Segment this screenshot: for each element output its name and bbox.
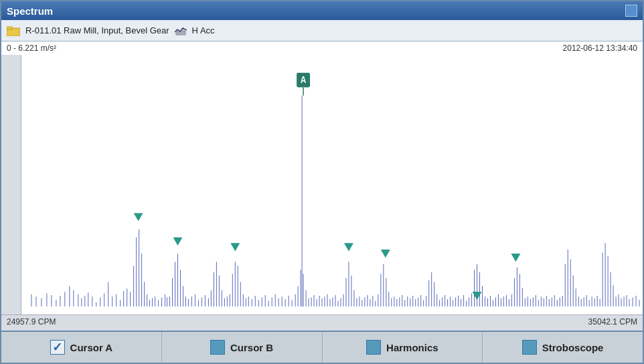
sensor-label: H Acc xyxy=(192,25,215,35)
svg-rect-3 xyxy=(21,55,643,314)
stroboscope-button[interactable]: Stroboscope xyxy=(483,332,643,363)
spectrum-chart[interactable]: A xyxy=(21,55,643,314)
maximize-button[interactable] xyxy=(625,5,637,17)
cursor-b-button[interactable]: Cursor B xyxy=(162,332,323,363)
harmonics-button[interactable]: Harmonics xyxy=(323,332,483,363)
machine-label: R-011.01 Raw Mill, Input, Bevel Gear xyxy=(25,25,169,35)
stroboscope-label: Stroboscope xyxy=(542,342,604,353)
bottom-toolbar: ✓ Cursor A Cursor B Harmonics Stroboscop… xyxy=(1,331,643,363)
harmonics-indicator xyxy=(366,340,381,355)
x-max-label: 35042.1 CPM xyxy=(588,317,637,329)
chart-footer: 24957.9 CPM 35042.1 CPM xyxy=(1,314,643,331)
cursor-a-label: Cursor A xyxy=(70,342,113,353)
chart-header: 0 - 6.221 m/s² 2012-06-12 13:34:40 xyxy=(1,41,643,55)
checkmark-icon: ✓ xyxy=(52,340,62,355)
harmonics-label: Harmonics xyxy=(386,342,438,353)
x-min-label: 24957.9 CPM xyxy=(7,317,56,329)
sensor-icon xyxy=(175,25,187,36)
cursor-b-label: Cursor B xyxy=(230,342,273,353)
cursor-a-button[interactable]: ✓ Cursor A xyxy=(1,332,162,363)
toolbar: R-011.01 Raw Mill, Input, Bevel Gear H A… xyxy=(1,20,643,41)
y-axis xyxy=(1,55,21,314)
cursor-a-indicator: ✓ xyxy=(50,340,65,355)
chart-container: A xyxy=(1,55,643,314)
cursor-b-indicator xyxy=(210,340,225,355)
folder-icon xyxy=(7,25,20,36)
chart-inner: A xyxy=(21,55,643,314)
title-bar: Spectrum xyxy=(1,1,643,20)
stroboscope-indicator xyxy=(522,340,537,355)
y-axis-label: 0 - 6.221 m/s² xyxy=(7,43,56,53)
window-title: Spectrum xyxy=(7,5,53,17)
timestamp: 2012-06-12 13:34:40 xyxy=(563,43,637,53)
chart-area: 0 - 6.221 m/s² 2012-06-12 13:34:40 xyxy=(1,41,643,331)
svg-rect-1 xyxy=(7,27,12,29)
spectrum-window: Spectrum R-011.01 Raw Mill, Input, Bevel… xyxy=(0,0,644,364)
svg-text:A: A xyxy=(301,74,307,85)
